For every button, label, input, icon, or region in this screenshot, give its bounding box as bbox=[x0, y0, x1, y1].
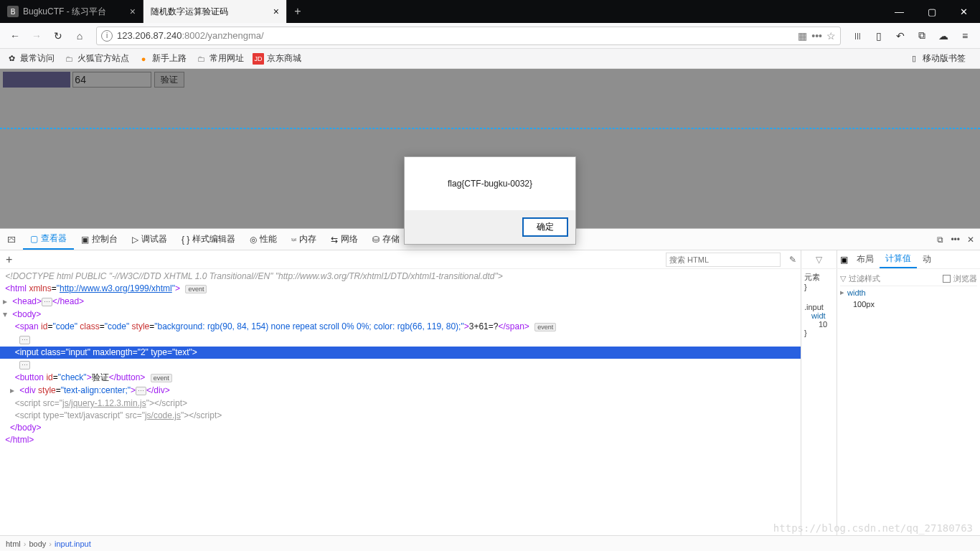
bookmark-item[interactable]: 🗀火狐官方站点 bbox=[63, 52, 129, 65]
devtools-close-icon[interactable]: ✕ bbox=[967, 235, 974, 245]
tab-title: 随机数字运算验证码 bbox=[151, 6, 269, 18]
browser-tab-active[interactable]: 随机数字运算验证码 × bbox=[143, 0, 287, 23]
console-icon: ▣ bbox=[81, 235, 89, 245]
firefox-icon: ● bbox=[138, 53, 149, 65]
alert-dialog: flag{CTF-bugku-0032} 确定 bbox=[404, 156, 576, 245]
layout-tab[interactable]: 布局 bbox=[851, 250, 880, 268]
devtools-tab-network[interactable]: ⇆网络 bbox=[324, 229, 365, 250]
back-button[interactable]: ← bbox=[4, 25, 26, 47]
bookmark-star-icon[interactable]: ☆ bbox=[826, 30, 836, 42]
sidebar-toggle-icon[interactable]: ▣ bbox=[837, 255, 851, 265]
library-icon[interactable]: ⫼ bbox=[847, 25, 868, 47]
inspector-icon: ▢ bbox=[30, 234, 38, 244]
filter-panel[interactable]: ▽ bbox=[801, 250, 837, 268]
reload-button[interactable]: ↻ bbox=[47, 25, 69, 47]
devtools-tab-perf[interactable]: ◎性能 bbox=[242, 229, 284, 250]
inspector-picker-icon[interactable]: ⮹ bbox=[0, 229, 23, 250]
chat-icon[interactable]: ☁ bbox=[933, 25, 954, 47]
bookmarks-bar: ✿最常访问 🗀火狐官方站点 ●新手上路 🗀常用网址 JD京东商城 ▯移动版书签 bbox=[0, 49, 980, 69]
home-button[interactable]: ⌂ bbox=[69, 25, 90, 47]
site-info-icon[interactable]: i bbox=[101, 30, 113, 42]
breadcrumb: html › body › input.input bbox=[0, 535, 980, 551]
sidebar-icon[interactable]: ▯ bbox=[868, 25, 890, 47]
new-tab-button[interactable]: + bbox=[287, 0, 308, 23]
browser-tab-inactive[interactable]: B BugkuCTF - 练习平台 × bbox=[0, 0, 143, 23]
filter-label: 过滤样式 bbox=[849, 273, 940, 284]
bookmark-item[interactable]: ●新手上路 bbox=[138, 52, 187, 65]
dom-line-selected[interactable]: <input class="input" maxlength="2" type=… bbox=[0, 347, 801, 359]
doctype-line: <!DOCTYPE html PUBLIC "-//W3C//DTD XHTML… bbox=[5, 271, 502, 281]
mobile-bookmarks[interactable]: ▯移动版书签 bbox=[908, 52, 966, 65]
devtools-tab-storage[interactable]: ⛁存储 bbox=[365, 229, 407, 250]
watermark: https://blog.csdn.net/qq_27180763 bbox=[773, 522, 973, 534]
devtools-tab-memory[interactable]: ⎃内存 bbox=[284, 229, 324, 250]
crumb-item-selected[interactable]: input.input bbox=[52, 540, 94, 548]
qr-icon[interactable]: ▦ bbox=[798, 30, 807, 42]
crumb-item[interactable]: html bbox=[3, 540, 24, 548]
edit-icon[interactable]: ✎ bbox=[785, 255, 801, 265]
funnel-icon: ▽ bbox=[840, 274, 846, 283]
tab-title: BugkuCTF - 练习平台 bbox=[23, 6, 126, 18]
html-search-input[interactable] bbox=[666, 253, 781, 267]
add-rule-button[interactable]: + bbox=[0, 253, 18, 266]
alert-message: flag{CTF-bugku-0032} bbox=[405, 157, 575, 210]
computed-tab[interactable]: 计算值 bbox=[880, 250, 917, 268]
minimize-button[interactable]: — bbox=[883, 0, 915, 23]
window-controls: — ▢ ✕ bbox=[883, 0, 980, 23]
debug-icon: ▷ bbox=[132, 235, 138, 245]
devtools-tab-style[interactable]: { }样式编辑器 bbox=[174, 229, 242, 250]
bookmark-item[interactable]: JD京东商城 bbox=[253, 52, 301, 65]
devtools-tab-inspector[interactable]: ▢查看器 bbox=[23, 229, 74, 250]
close-icon[interactable]: × bbox=[273, 6, 279, 17]
devtools-tab-debugger[interactable]: ▷调试器 bbox=[125, 229, 174, 250]
url-text: 123.206.87.240:8002/yanzhengma/ bbox=[117, 30, 793, 41]
close-icon[interactable]: × bbox=[130, 6, 136, 17]
alert-ok-button[interactable]: 确定 bbox=[522, 217, 568, 237]
element-highlight bbox=[0, 128, 980, 129]
page-viewport: 验证 flag{CTF-bugku-0032} 确定 bbox=[0, 69, 980, 228]
devtools-tab-console[interactable]: ▣控制台 bbox=[74, 229, 125, 250]
style-icon: { } bbox=[182, 235, 189, 245]
folder-icon: 🗀 bbox=[195, 53, 207, 65]
maximize-button[interactable]: ▢ bbox=[915, 0, 948, 23]
network-icon: ⇆ bbox=[331, 235, 338, 245]
computed-panel: ▽ 过滤样式 浏览器 ▸width 100px bbox=[837, 269, 980, 535]
menu-button[interactable]: ≡ bbox=[954, 25, 976, 47]
memory-icon: ⎃ bbox=[291, 235, 296, 245]
devtools-subbar: + ✎ ▽ ▣ 布局 计算值 动 bbox=[0, 250, 980, 269]
bookmark-item[interactable]: ✿最常访问 bbox=[6, 52, 55, 65]
folder-icon: 🗀 bbox=[63, 53, 75, 65]
jd-icon: JD bbox=[253, 53, 264, 65]
perf-icon: ◎ bbox=[250, 235, 257, 245]
funnel-icon: ▽ bbox=[816, 255, 822, 265]
navbar: ← → ↻ ⌂ i 123.206.87.240:8002/yanzhengma… bbox=[0, 23, 980, 49]
mobile-icon: ▯ bbox=[908, 53, 920, 65]
computed-prop[interactable]: width bbox=[847, 288, 866, 297]
undo-icon[interactable]: ↶ bbox=[890, 25, 911, 47]
tab-favicon: B bbox=[7, 6, 19, 17]
more-icon[interactable]: ••• bbox=[951, 235, 960, 245]
dom-tree[interactable]: <!DOCTYPE html PUBLIC "-//W3C//DTD XHTML… bbox=[0, 269, 801, 535]
devtools: ⮹ ▢查看器 ▣控制台 ▷调试器 { }样式编辑器 ◎性能 ⎃内存 ⇆网络 ⛁存… bbox=[0, 228, 980, 551]
computed-value: 100px bbox=[853, 300, 875, 309]
url-bar[interactable]: i 123.206.87.240:8002/yanzhengma/ ▦ ••• … bbox=[96, 27, 841, 45]
forward-button[interactable]: → bbox=[26, 25, 47, 47]
gear-icon: ✿ bbox=[6, 53, 17, 65]
rules-panel: 元素 } .input widt 10 } bbox=[801, 269, 837, 535]
rules-tab-label: 元素 bbox=[804, 272, 834, 283]
browser-styles-checkbox[interactable] bbox=[943, 275, 951, 283]
window-titlebar: B BugkuCTF - 练习平台 × 随机数字运算验证码 × + — ▢ ✕ bbox=[0, 0, 980, 23]
crumb-item[interactable]: body bbox=[26, 540, 49, 548]
animation-tab[interactable]: 动 bbox=[917, 250, 937, 268]
storage-icon: ⛁ bbox=[372, 235, 380, 245]
dock-icon[interactable]: ⧉ bbox=[937, 235, 943, 245]
more-icon[interactable]: ••• bbox=[811, 30, 822, 42]
close-button[interactable]: ✕ bbox=[948, 0, 980, 23]
screenshot-icon[interactable]: ⧉ bbox=[911, 25, 933, 47]
bookmark-item[interactable]: 🗀常用网址 bbox=[195, 52, 244, 65]
